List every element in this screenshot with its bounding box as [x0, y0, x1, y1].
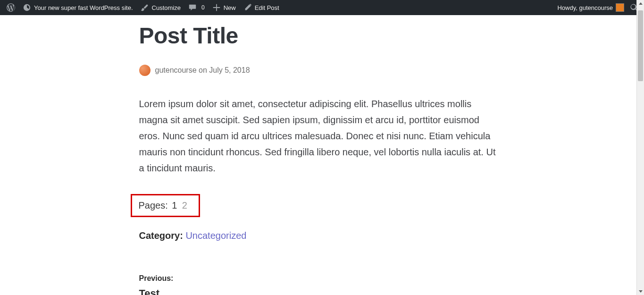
scroll-thumb[interactable]: [638, 10, 643, 81]
page-current: 1: [172, 200, 177, 211]
vertical-scrollbar[interactable]: [636, 0, 644, 295]
edit-post-label: Edit Post: [255, 4, 279, 11]
customize-label: Customize: [152, 4, 181, 11]
comment-icon: [188, 3, 197, 12]
page-links-highlight: Pages: 1 2: [131, 194, 200, 217]
post-title: Post Title: [139, 23, 498, 49]
scroll-up-button[interactable]: [637, 0, 644, 8]
prev-post-link[interactable]: Test: [139, 287, 498, 295]
plus-icon: [212, 3, 221, 12]
page-link-2[interactable]: 2: [182, 200, 187, 211]
byline-on: on: [199, 66, 207, 74]
comments-link[interactable]: 0: [184, 0, 209, 15]
site-title: Your new super fast WordPress site.: [34, 4, 133, 11]
greeting: Howdy, gutencourse: [557, 4, 613, 11]
customize-link[interactable]: Customize: [137, 0, 184, 15]
user-avatar-icon: [616, 3, 624, 12]
scroll-down-button[interactable]: [637, 287, 644, 295]
page-viewport: Post Title gutencourse on July 5, 2018 L…: [0, 15, 636, 295]
prev-label: Previous:: [139, 274, 498, 283]
site-name-link[interactable]: Your new super fast WordPress site.: [19, 0, 137, 15]
paintbrush-icon: [141, 3, 149, 12]
post-navigation: Previous: Test: [139, 274, 498, 295]
wp-logo[interactable]: [3, 0, 19, 15]
pages-label: Pages:: [139, 200, 168, 211]
category-label: Category:: [139, 230, 183, 241]
scroll-track[interactable]: [637, 8, 644, 287]
wordpress-icon: [7, 3, 15, 12]
category-line: Category: Uncategorized: [139, 230, 498, 241]
post-date: July 5, 2018: [209, 66, 250, 74]
admin-bar: Your new super fast WordPress site. Cust…: [0, 0, 644, 15]
new-label: New: [224, 4, 236, 11]
post-content: Post Title gutencourse on July 5, 2018 L…: [139, 15, 498, 295]
account-link[interactable]: Howdy, gutencourse: [553, 0, 628, 15]
edit-post-link[interactable]: Edit Post: [240, 0, 283, 15]
author-avatar-icon: [139, 65, 151, 76]
post-byline: gutencourse on July 5, 2018: [139, 65, 498, 76]
author-link[interactable]: gutencourse: [155, 66, 197, 74]
comments-count: 0: [201, 4, 205, 11]
category-link[interactable]: Uncategorized: [185, 230, 246, 241]
pencil-icon: [243, 3, 252, 12]
post-body: Lorem ipsum dolor sit amet, consectetur …: [139, 96, 498, 176]
dashboard-icon: [23, 3, 31, 12]
new-link[interactable]: New: [209, 0, 240, 15]
